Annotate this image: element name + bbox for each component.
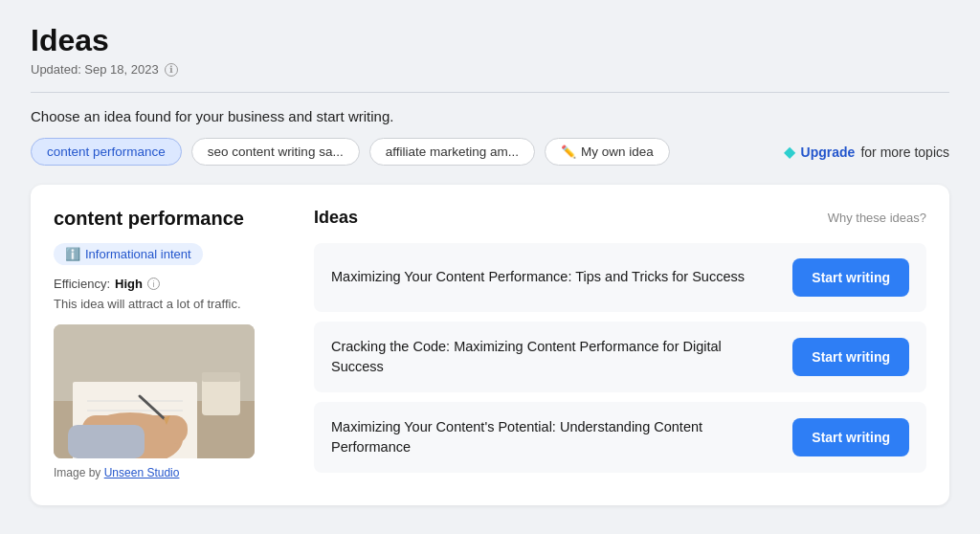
intent-badge: ℹ️ Informational intent (54, 243, 203, 265)
traffic-text: This idea will attract a lot of traffic. (54, 297, 283, 311)
efficiency-info-icon[interactable]: i (147, 278, 160, 290)
left-panel: content performance ℹ️ Informational int… (54, 208, 283, 482)
svg-rect-10 (68, 425, 145, 458)
svg-rect-7 (202, 372, 240, 382)
start-writing-button-2[interactable]: Start writing (792, 338, 909, 376)
left-panel-title: content performance (54, 208, 283, 230)
upgrade-button[interactable]: ◆ Upgrade for more topics (784, 143, 949, 161)
intent-icon: ℹ️ (65, 247, 80, 261)
choose-text: Choose an idea found for your business a… (31, 108, 949, 124)
topic-pill-affiliate-marketing[interactable]: affiliate marketing am... (369, 138, 535, 166)
start-writing-button-3[interactable]: Start writing (792, 418, 909, 456)
why-these-ideas-link[interactable]: Why these ideas? (828, 211, 926, 225)
intent-label: Informational intent (85, 247, 191, 261)
topic-image (54, 324, 255, 458)
topic-pill-seo-content-writing[interactable]: seo content writing sa... (191, 138, 360, 166)
idea-row: Maximizing Your Content's Potential: Und… (314, 402, 926, 473)
page-title: Ideas (31, 23, 949, 58)
ideas-header: Ideas Why these ideas? (314, 208, 926, 228)
topic-pill-content-performance[interactable]: content performance (31, 138, 182, 166)
updated-info-icon[interactable]: ℹ (165, 63, 178, 77)
efficiency-value: High (115, 277, 143, 291)
idea-row: Cracking the Code: Maximizing Content Pe… (314, 322, 926, 392)
efficiency-row: Efficiency: High i (54, 277, 283, 291)
start-writing-button-1[interactable]: Start writing (792, 258, 909, 297)
idea-text-1: Maximizing Your Content Performance: Tip… (331, 267, 777, 287)
image-credit-link[interactable]: Unseen Studio (104, 466, 180, 479)
topics-row: content performance seo content writing … (31, 138, 949, 166)
pencil-icon: ✏️ (561, 145, 576, 159)
idea-text-2: Cracking the Code: Maximizing Content Pe… (331, 337, 777, 377)
idea-row: Maximizing Your Content Performance: Tip… (314, 243, 926, 312)
efficiency-label: Efficiency: (54, 277, 110, 291)
upgrade-word: Upgrade (801, 145, 856, 160)
updated-row: Updated: Sep 18, 2023 ℹ (31, 62, 949, 93)
upgrade-label: for more topics (860, 145, 949, 160)
main-card: content performance ℹ️ Informational int… (31, 185, 949, 505)
updated-text: Updated: Sep 18, 2023 (31, 62, 159, 77)
image-caption: Image by Unseen Studio (54, 466, 283, 479)
ideas-section-title: Ideas (314, 208, 358, 228)
topic-pill-own-idea[interactable]: ✏️ My own idea (545, 138, 670, 166)
right-panel: Ideas Why these ideas? Maximizing Your C… (314, 208, 926, 482)
idea-text-3: Maximizing Your Content's Potential: Und… (331, 417, 777, 457)
diamond-icon: ◆ (784, 143, 795, 161)
